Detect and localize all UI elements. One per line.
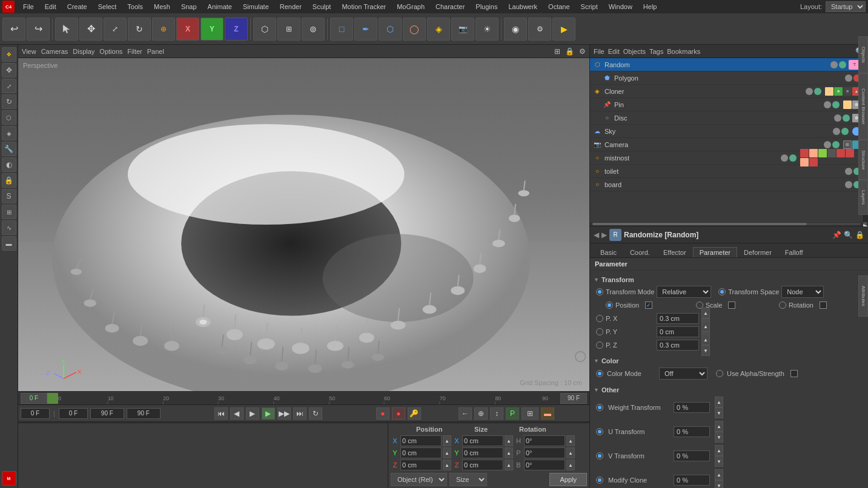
cloner-tag-3[interactable]: ■ <box>843 87 852 96</box>
z-size-input[interactable] <box>462 460 503 470</box>
display-menu[interactable]: Display <box>73 48 94 55</box>
objects-edit-menu[interactable]: Edit <box>608 48 620 55</box>
y-size-spin[interactable]: ▲ <box>505 447 513 458</box>
object-mode-button[interactable]: ⬡ <box>253 18 276 41</box>
obj-hide-dot-camera[interactable] <box>824 141 831 148</box>
menu-file[interactable]: File <box>18 2 39 12</box>
obj-hide-dot-cloner[interactable] <box>806 88 813 95</box>
pz-spin-up[interactable]: ▲ <box>701 334 710 345</box>
frame-end-input[interactable] <box>90 408 124 419</box>
mistnost-tag-3[interactable] <box>818 149 827 157</box>
deformer-tool[interactable]: ◈ <box>427 18 450 41</box>
p-rotation-input[interactable] <box>524 447 565 458</box>
objects-tags-menu[interactable]: Tags <box>649 48 663 55</box>
polygon-tool[interactable]: ⬡ <box>379 18 402 41</box>
menu-snap[interactable]: Snap <box>176 2 202 12</box>
object-row-toilet[interactable]: ○ toilet <box>590 165 863 178</box>
obj-enable-dot-camera[interactable] <box>832 141 840 148</box>
menu-animate[interactable]: Animate <box>203 2 237 12</box>
pen-tool[interactable]: ✒ <box>354 18 377 41</box>
filter-menu[interactable]: Filter <box>127 48 142 55</box>
mistnost-tag-4[interactable] <box>827 149 836 157</box>
sculpt-left-tool[interactable]: ◐ <box>2 157 16 172</box>
pz-radio[interactable] <box>596 341 603 349</box>
attr-tab-basic[interactable]: Basic <box>594 247 623 257</box>
menu-tools[interactable]: Tools <box>122 2 148 12</box>
use-alpha-radio[interactable] <box>716 370 723 377</box>
py-radio[interactable] <box>596 328 603 335</box>
attr-nav-left[interactable]: ◀ <box>594 231 599 239</box>
z-position-input[interactable] <box>400 460 442 470</box>
h-rotation-input[interactable] <box>524 435 565 446</box>
view-menu[interactable]: View <box>22 48 36 55</box>
objects-objects-menu[interactable]: Objects <box>623 48 646 55</box>
coord-system-dropdown[interactable]: Object (Rel) World <box>391 473 447 486</box>
x-size-input[interactable] <box>462 435 503 446</box>
u-transform-input[interactable] <box>674 426 710 437</box>
transform-mode-radio[interactable] <box>596 288 603 295</box>
timeline-track[interactable]: 0 10 20 30 40 50 60 70 80 90 <box>47 392 560 405</box>
attr-search-icon[interactable]: 🔍 <box>844 231 853 239</box>
viewport-maximize[interactable]: ⊞ <box>554 47 560 56</box>
select-tool[interactable] <box>55 18 78 41</box>
scale-checkbox[interactable] <box>728 302 735 309</box>
menu-motion-tracker[interactable]: Motion Tracker <box>337 2 391 12</box>
record-button[interactable]: ● <box>376 407 389 420</box>
b-rotation-input[interactable] <box>524 460 565 470</box>
menu-script[interactable]: Script <box>576 2 603 12</box>
py-input[interactable] <box>657 326 699 337</box>
color-mode-dropdown[interactable]: Off On <box>659 368 707 380</box>
rotation-checkbox[interactable] <box>820 302 827 309</box>
mistnost-tag-8[interactable] <box>809 158 818 167</box>
mistnost-tag-1[interactable] <box>800 149 809 157</box>
options-menu[interactable]: Options <box>99 48 122 55</box>
v-spin-down[interactable]: ▼ <box>715 456 723 467</box>
transform-tool[interactable]: ⊕ <box>152 18 175 41</box>
mc-spin-up[interactable]: ▲ <box>715 469 723 480</box>
spline-tool[interactable]: ∿ <box>2 220 16 235</box>
obj-hide-dot-pin[interactable] <box>824 101 831 108</box>
transform-dropdown[interactable]: Size Scale <box>449 473 487 486</box>
objects-file-menu[interactable]: File <box>594 48 605 55</box>
tab-structure[interactable]: Structure <box>858 140 868 180</box>
live-select-tool[interactable]: ✥ <box>2 47 16 62</box>
weight-spin-down[interactable]: ▼ <box>715 407 723 418</box>
frame-start-input[interactable] <box>59 408 88 419</box>
objects-hscrollbar[interactable]: ▶ <box>590 222 868 226</box>
menu-octane[interactable]: Octane <box>543 2 574 12</box>
snap-left-tool[interactable]: S <box>2 189 16 203</box>
record-all-button[interactable]: ● <box>392 407 405 420</box>
object-row-cloner[interactable]: ◈ Cloner ■ ■ ■ ▲ <box>590 85 863 98</box>
step-back-button[interactable]: ◀ <box>230 407 244 420</box>
transform-mode-dropdown[interactable]: Relative Absolute <box>657 286 711 298</box>
cameras-menu[interactable]: Cameras <box>41 48 68 55</box>
menu-sculpt[interactable]: Sculpt <box>308 2 336 12</box>
px-radio[interactable] <box>596 315 603 322</box>
attr-tab-falloff[interactable]: Falloff <box>778 247 810 257</box>
axis-z-button[interactable]: Z <box>225 18 248 41</box>
attr-tab-coord[interactable]: Coord. <box>623 247 657 257</box>
tab-content-browser[interactable]: Content Browser <box>858 73 868 140</box>
object-row-pin[interactable]: 📌 Pin ⬟ <box>590 98 863 111</box>
tab-layers[interactable]: Layers <box>858 180 868 215</box>
mirror-tool[interactable]: ⬡ <box>2 110 16 125</box>
u-spin-down[interactable]: ▼ <box>715 432 723 443</box>
pz-input[interactable] <box>657 340 699 351</box>
timeline-right-button[interactable]: ⊕ <box>474 407 488 420</box>
weight-spin-up[interactable]: ▲ <box>715 397 723 407</box>
z-size-spin[interactable]: ▲ <box>505 460 513 470</box>
menu-mograph[interactable]: MoGraph <box>392 2 429 12</box>
viewport-lock[interactable]: 🔒 <box>565 47 574 56</box>
v-transform-input[interactable] <box>674 450 710 461</box>
timeline-left-button[interactable]: ← <box>459 407 472 420</box>
timeline-up-button[interactable]: ↕ <box>490 407 503 420</box>
lock-tool[interactable]: 🔒 <box>2 173 16 188</box>
rotate-left-tool[interactable]: ↻ <box>2 94 16 109</box>
use-alpha-checkbox[interactable] <box>790 370 798 377</box>
h-rotation-spin[interactable]: ▲ <box>566 435 575 446</box>
obj-hide-dot-mistnost[interactable] <box>781 154 788 162</box>
z-position-spin[interactable]: ▲ <box>443 460 451 470</box>
timeline-end-frame[interactable]: 90 F <box>560 393 587 404</box>
auto-key-button[interactable]: 🔑 <box>408 407 421 420</box>
camera-tool[interactable]: 📷 <box>451 18 474 41</box>
